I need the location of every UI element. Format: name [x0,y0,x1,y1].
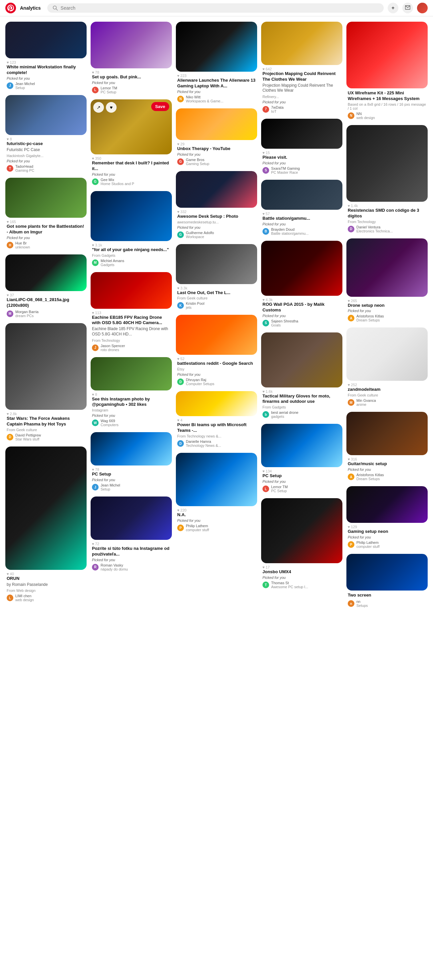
pin-meta: awesomedeskesetup.tu... [177,220,256,224]
user-sub: PC Setup [101,90,117,94]
pinterest-logo[interactable] [5,3,16,13]
pin-card-battlestation-reddit[interactable]: ♥ 52 battlestations reddit - Google Sear… [176,315,257,387]
user-sub: computer stuff [356,544,380,549]
pin-user: N Niko Witt Workspaces & Game... [177,95,256,103]
pin-stats: ♥ 78 [92,70,171,74]
pin-stats: ♥ 40 [7,572,85,576]
pin-card-stormtrooper[interactable]: ♥ 2.8k Star Wars: The Force Awakens Capt… [5,323,87,442]
add-button[interactable]: + [388,3,398,13]
pin-image [346,486,428,523]
pin-card-lemor-setup[interactable]: ♥ 134 PC Setup Picked for you L Lemor TM… [261,424,343,494]
pin-title: battlestations reddit - Google Search [177,361,256,366]
user-name: Lemor TM [271,485,288,489]
pin-card-two-screen[interactable]: Two screen n nn Setups [346,554,428,609]
pin-stats: ♥ 642 [262,67,341,71]
pin-stats: ♥ 37 [7,293,85,297]
pin-image [346,412,428,455]
pin-card-philip-setup2[interactable]: ♥ 129 Gaming setup neon Picked for you P… [346,486,428,550]
pin-card-awesome-desk[interactable]: ♥ 332 Awesome Desk Setup : Photo awesome… [176,171,257,240]
pin-meta: From Technology news &... [177,434,256,438]
pin-card-projection-mapping[interactable]: ♥ 642 Projection Mapping Could Reinvent … [261,22,343,115]
pin-image [176,108,257,140]
pin-meta: Based on a 8x8 grid / 16 rows / 16 pxs m… [348,102,426,110]
pin-card-pozrite[interactable]: ♥ 72 Pozrite si túto fotku na Instagrame… [90,496,172,573]
user-avatar-small: T [262,582,269,588]
pin-card-guitar-setup[interactable]: ♥ 316 Guitar/music setup Picked for you … [346,412,428,482]
pin-title: Pozrite si túto fotku na Instagrame od p… [92,546,171,557]
share-icon[interactable]: ↗ [93,102,104,113]
pin-stats: ♥ 8 [92,393,171,396]
pin-title: Tactical Military Gloves for moto, firea… [262,393,341,405]
pin-image [346,239,428,297]
pin-card-last-oneout[interactable]: ♥ 3.3k Last One Out, Get The L... From G… [176,244,257,311]
pin-card-knives[interactable]: ♥ 3.1k "for all of your gabe ninjang nee… [90,191,172,268]
pin-card-power-bi[interactable]: ♥ 4 Power Bi teams up with Microsoft Tea… [176,391,257,449]
pin-stats: ♥ 2.8k [7,412,85,416]
pin-card-pc-setup-2[interactable]: ♥ 78 PC Setup Picked for you J Jean Mich… [90,432,172,493]
pin-info: UX Wireframe Kit - 225 Mini Wireframes +… [346,88,428,121]
pin-meta: From Web design [7,589,85,593]
user-name: Danielle Hamra [186,439,221,444]
pin-card-eachine[interactable]: ♥ 113 Eachine EB185 FPV Racing Drone wit… [90,272,172,353]
pin-title: UX Wireframe Kit - 225 Mini Wireframes +… [348,91,426,102]
picked-for-you: Picked for you [92,81,171,85]
pin-meta: From Geek culture [7,428,85,432]
pin-card-see-instagram[interactable]: ♥ 8 See this Instagram photo by @pcgamin… [90,357,172,428]
picked-for-you: Picked for you [262,100,341,104]
pin-card-alienware-13[interactable]: ♥ 223 Alienware Launches The Alienware 1… [176,22,257,104]
heart-icon[interactable]: ♥ [106,102,117,113]
pin-card-brayden-setup[interactable]: ♥ 57 Battle station/gammu... Picked for … [261,180,343,237]
picked-for-you: Picked for you [262,576,341,579]
pin-info: ♥ 316 Guitar/music setup Picked for you … [346,455,428,482]
pin-card-futuristic-pc[interactable]: ♥ 8 futuristic-pc-case Futuristic PC Cas… [5,95,87,174]
messages-button[interactable] [402,3,413,13]
pin-title: Battle station/gammu... [262,216,341,221]
pin-card-orun[interactable]: ♥ 40 ORUN by Romain Passelande From Web … [5,447,87,603]
picked-for-you: Picked for you [177,519,256,522]
pin-stats: ♥ 72 [92,542,171,546]
pin-card-setup-goals[interactable]: ♥ 78 Set up goals. But pink... Picked fo… [90,22,172,95]
user-avatar-small: L [92,87,98,93]
pin-title: Alienware Launches The Alienware 13 Gami… [177,78,256,89]
user-name: Game Bros [186,158,209,162]
user-sub: unknown [15,245,30,249]
picked-for-you: Picked for you [7,76,85,80]
pin-card-wireframe[interactable]: UX Wireframe Kit - 225 Mini Wireframes +… [346,22,428,121]
search-input[interactable] [60,5,378,11]
pin-card-rog-wall[interactable]: ♥ 4.3k ROG Wall PGA 2015 - by Malik Cust… [261,241,343,328]
pin-image [5,22,87,58]
pin-user: L Lemor TM PC Setup [262,485,341,493]
pin-card-remember-desk[interactable]: Save ↗ ♥ ♥ 350 Remember that desk I buil… [90,99,172,187]
pin-info: ♥ 15 Please visit. Picked for you S Sxar… [261,149,343,176]
pin-card-jonsbo[interactable]: ♥ 17 Jonsbo UMX4 Picked for you T Thomas… [261,498,343,590]
user-sub: Setup [15,86,35,90]
pin-card-gloves[interactable]: ♥ 1.6k Tactical Military Gloves for moto… [261,332,343,420]
pin-stats: ♥ 15 [262,151,341,155]
pin-image [5,255,87,291]
pin-image [5,447,87,570]
user-avatar[interactable] [417,3,428,13]
pin-image [90,496,172,540]
pin-card-lianlpc[interactable]: ♥ 37 LianLiPC-O8_068_1_2815a.jpg (1200x8… [5,255,87,319]
user-name: Sajeen Shrestha [271,319,298,323]
pin-card-anime-girl[interactable]: ♥ 252 zandmodelteam From Geek culture M … [346,328,428,408]
pin-card-na-setup[interactable]: ♥ 220 N.A. Picked for you P Philip Lathe… [176,453,257,533]
user-avatar-small: N [177,96,184,102]
pin-card-white-workstation[interactable]: ♥ 123 White minimal Workstation finally … [5,22,87,91]
pin-user: G Game Bros Gaming Setup [177,158,256,166]
pin-card-please-visit[interactable]: ♥ 15 Please visit. Picked for you S Sxar… [261,119,343,176]
picked-for-you: Picked for you [262,161,341,165]
pin-card-unbox-therapy[interactable]: ♥ 29 Unbox Therapy - YouTube Picked for … [176,108,257,167]
user-sub: PC Master Race [271,170,300,174]
picked-for-you: Picked for you [92,414,171,417]
pin-card-battlestation-plants[interactable]: ♥ 165 Got some plants for the Battlestat… [5,178,87,250]
user-name: best aerial drone [271,410,298,414]
pin-card-drone-neon[interactable]: ♥ 265 Drone setup neon Picked for you A … [346,239,428,324]
pin-card-resistencias[interactable]: ♥ 1.4k Resistencias SMD con código de 3 … [346,125,428,234]
pin-stats: ♥ 350 [92,156,171,161]
save-button[interactable]: Save [151,102,169,111]
pin-meta: From Gadgets [92,253,171,258]
pin-info: ♥ 220 N.A. Picked for you P Philip Lathe… [176,506,257,533]
pin-meta: Hackintosh Gigabyte... [7,154,85,158]
search-bar[interactable] [47,3,384,13]
